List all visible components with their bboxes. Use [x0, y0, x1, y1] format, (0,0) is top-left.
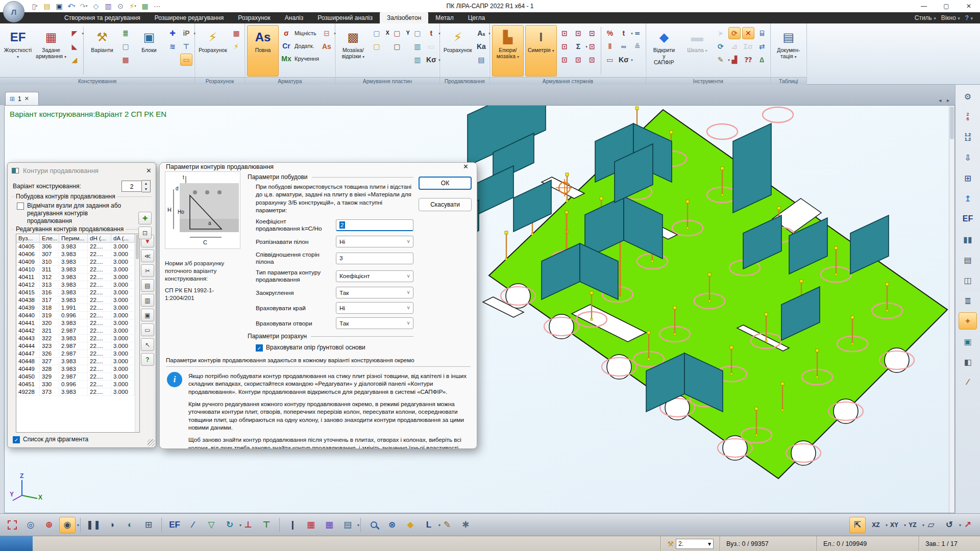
- show-fragment-icon[interactable]: ◉▾: [59, 517, 76, 533]
- tool-➤[interactable]: ➤: [715, 27, 727, 39]
- tab-Розрахунок[interactable]: Розрахунок: [231, 12, 277, 23]
- tool-◤[interactable]: ◤▾: [68, 27, 81, 39]
- ok-button[interactable]: ОК: [419, 177, 472, 190]
- mark-nodes-checkbox[interactable]: [17, 203, 24, 210]
- tool-≗[interactable]: ≗: [631, 40, 644, 53]
- help-button[interactable]: ?: [141, 353, 154, 366]
- blank-button[interactable]: ▭: [141, 323, 154, 336]
- minimize-button[interactable]: —: [913, 0, 935, 12]
- tool-∞[interactable]: ∞: [618, 40, 630, 53]
- menu-Вікно[interactable]: Вікно ▾: [939, 14, 962, 21]
- rotate-icon[interactable]: ↻▾: [222, 517, 238, 533]
- spin-down-icon[interactable]: ▼: [142, 186, 150, 192]
- projection-icon[interactable]: ▱: [923, 517, 939, 533]
- tool-▭[interactable]: ▭: [425, 40, 437, 53]
- anchor-icon[interactable]: ⊥: [240, 517, 256, 533]
- input-Враховувати край[interactable]: Ні˅: [336, 302, 413, 314]
- yz-view-icon[interactable]: YZ▾: [904, 517, 921, 533]
- tool-Aₛ[interactable]: Aₛ▾: [475, 27, 487, 39]
- tool-Kσ[interactable]: Kσ▾: [618, 54, 630, 66]
- bar-icon[interactable]: ❙: [284, 517, 301, 533]
- tool-◣[interactable]: ◣: [68, 40, 81, 53]
- tool-▢[interactable]: ▢: [119, 40, 132, 53]
- input-Коефіцієнт продавлювання k=C/Ho[interactable]: 2: [336, 219, 413, 231]
- tab-Цегла[interactable]: Цегла: [461, 12, 492, 23]
- snapshot-icon[interactable]: ⊙: [115, 1, 126, 11]
- tool-⊤[interactable]: ⊤: [180, 40, 192, 53]
- quick-calc-icon[interactable]: ⚡ ▾: [128, 1, 138, 11]
- preview-contour-button[interactable]: ⊡: [138, 227, 152, 239]
- xy-view-icon[interactable]: XY▾: [886, 517, 902, 533]
- book-icon[interactable]: ▥: [103, 1, 113, 11]
- table-row[interactable]: 404093103.98322....3.000: [16, 258, 135, 266]
- layers-icon[interactable]: ◫: [959, 271, 977, 289]
- button-Варіанти[interactable]: ⚒Варіанти: [86, 25, 118, 77]
- grid-book-icon[interactable]: ⊞: [959, 169, 977, 187]
- palette-close-icon[interactable]: ✕: [146, 167, 152, 174]
- button-Жорсткості[interactable]: EFЖорсткості ▾: [2, 25, 34, 77]
- cut-button[interactable]: ✂: [141, 264, 154, 277]
- violet-table-icon[interactable]: ▦: [321, 517, 337, 533]
- tool-⟳[interactable]: ⟳: [728, 27, 741, 39]
- button-Повна[interactable]: AsПовна: [247, 25, 279, 77]
- table-row[interactable]: 404383173.98322....3.000: [16, 296, 135, 304]
- tool-▢[interactable]: ▢Y: [391, 27, 403, 39]
- pick-button[interactable]: ↖: [141, 338, 154, 351]
- viewport-scrollbar[interactable]: [949, 106, 954, 513]
- tool-As[interactable]: As: [321, 40, 333, 53]
- tool-▢[interactable]: ▢: [391, 40, 403, 53]
- button-Задане-армування[interactable]: ▦Заданеармування ▾: [35, 25, 67, 77]
- tool-▟[interactable]: ▟: [728, 54, 741, 66]
- column-header[interactable]: dA (...: [111, 234, 135, 242]
- column-header[interactable]: Перим...: [59, 234, 88, 242]
- stack-button[interactable]: ▣: [141, 309, 154, 321]
- tool-⌸[interactable]: ⌸: [756, 27, 768, 39]
- zoom-icon[interactable]: [365, 517, 382, 533]
- table-row[interactable]: 404473262.98722....3.000: [16, 350, 135, 358]
- tool-⊿[interactable]: ⊿: [728, 40, 741, 53]
- tool-‖[interactable]: ‖: [604, 40, 616, 53]
- tool-⊡[interactable]: ⊡: [558, 27, 571, 39]
- table-row[interactable]: 404493283.98322....3.000: [16, 365, 135, 373]
- tool-iP[interactable]: iP▾: [180, 27, 192, 39]
- panel-icon[interactable]: ▣: [959, 333, 977, 350]
- button-Шкала[interactable]: ▬Шкала ▾: [681, 25, 713, 77]
- add-contour-button[interactable]: ✚: [138, 212, 152, 224]
- pencil-icon[interactable]: ✎: [439, 517, 455, 533]
- filter-icon[interactable]: ▽: [203, 517, 219, 533]
- tool-▥[interactable]: ▥: [411, 54, 424, 66]
- tool-▢[interactable]: ▢: [371, 40, 383, 53]
- gear-icon[interactable]: ✱: [457, 517, 474, 533]
- target-icon[interactable]: ⊕: [41, 517, 57, 533]
- tool-▢[interactable]: ▢: [411, 27, 424, 39]
- contours-table[interactable]: Вуз...Еле...Перим...dH (...dA (...404053…: [16, 234, 140, 433]
- tool-▢[interactable]: ▢X: [371, 27, 383, 39]
- table-row[interactable]: 404483273.98322....3.000: [16, 358, 135, 365]
- tool-▦[interactable]: ▦: [230, 27, 242, 39]
- button-Докумен--тація[interactable]: ▤Докумен-тація ▾: [773, 25, 804, 77]
- table-row[interactable]: 404403190.99622....3.000: [16, 312, 135, 319]
- app-logo[interactable]: Л: [3, 1, 24, 22]
- tool-⊡[interactable]: ⊡: [558, 40, 571, 53]
- scale-values-icon[interactable]: 1.21.2: [959, 129, 977, 146]
- tab-Аналіз[interactable]: Аналіз: [278, 12, 310, 23]
- soil-checkbox[interactable]: ✓: [256, 344, 263, 352]
- active-tool-icon[interactable]: ✦: [959, 312, 977, 330]
- tool-Σ[interactable]: Σ▾: [572, 40, 584, 53]
- tool-✕[interactable]: ✕: [742, 27, 754, 39]
- table-row[interactable]: 404443232.98722....3.000: [16, 342, 135, 350]
- tab-Розширене редагування[interactable]: Розширене редагування: [148, 12, 231, 23]
- tool-▭[interactable]: ▭: [180, 54, 192, 66]
- tool-Ka[interactable]: Ka: [475, 40, 487, 53]
- input-Враховувати отвори[interactable]: Так˅: [336, 317, 413, 329]
- tool-⊡[interactable]: ⊡: [586, 54, 598, 66]
- select-fragment-icon[interactable]: [4, 517, 20, 533]
- hammer-icon[interactable]: ⊤: [258, 517, 275, 533]
- variant-spinner[interactable]: 2 ▲▼: [121, 180, 151, 192]
- button-Додатк.[interactable]: CrДодатк.: [280, 40, 319, 52]
- button-Відкрити-у-САПФІР[interactable]: ◆ВідкритиуСАПФІР: [648, 25, 680, 77]
- input-Тип параметра контуру продавлювання[interactable]: Коефіцієнт˅: [336, 270, 413, 282]
- menu-Стиль[interactable]: Стиль ▾: [913, 14, 938, 21]
- tool-⊡[interactable]: ⊡: [572, 27, 584, 39]
- table-row[interactable]: 404053063.98322....3.000: [16, 243, 135, 251]
